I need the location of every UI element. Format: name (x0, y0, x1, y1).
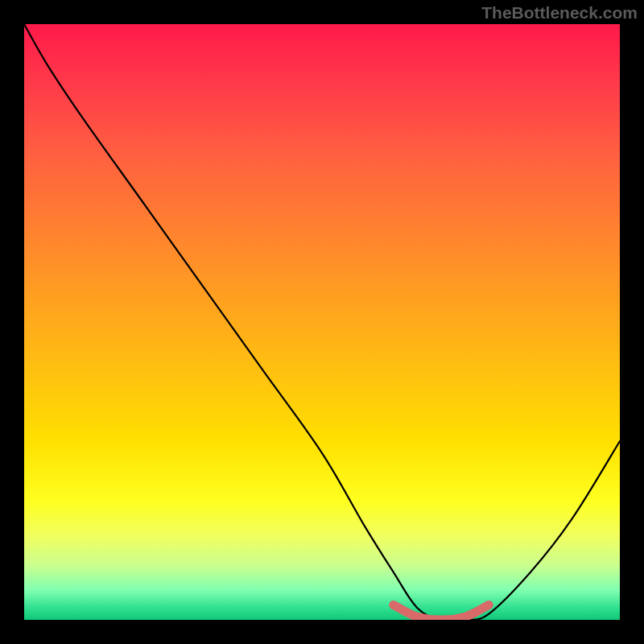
chart-container: TheBottleneck.com (0, 0, 644, 644)
bottleneck-curve-path (24, 24, 620, 620)
plot-area (24, 24, 620, 620)
attribution-text: TheBottleneck.com (481, 3, 638, 23)
highlight-segment-path (394, 605, 489, 621)
curve-svg (24, 24, 620, 620)
